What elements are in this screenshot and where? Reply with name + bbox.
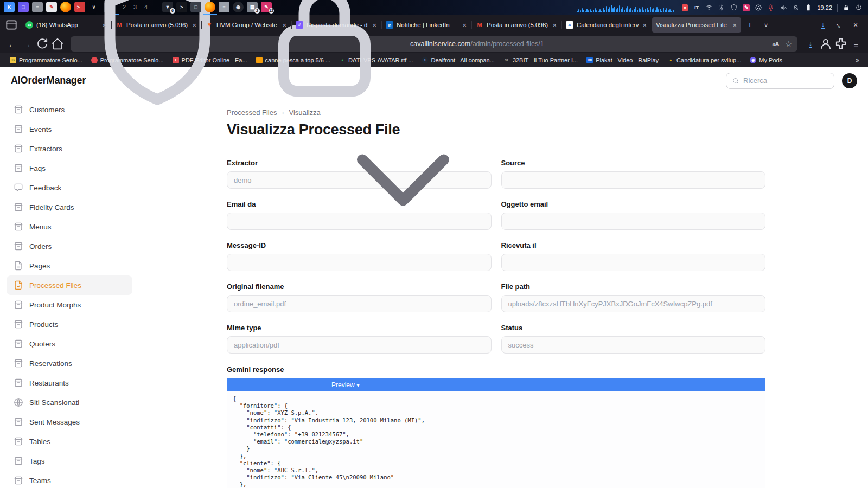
bookmark-programmatore-2[interactable]: Programmatore Senio... [87,55,168,65]
color-picker-icon[interactable]: ✎ [743,4,750,11]
user-avatar[interactable]: D [842,73,857,88]
downloads-indicator-icon[interactable]: ↓ [816,18,830,32]
firefox-icon[interactable] [59,0,73,15]
bookmark-my-pods[interactable]: ◉ My Pods [745,55,787,65]
firefox-active-icon[interactable] [203,0,217,15]
email-da-input[interactable] [227,213,492,230]
bookmark-dealfront[interactable]: › Dealfront - All compan... [417,55,499,65]
file-path-input[interactable] [501,295,766,312]
list-tabs-button[interactable]: ∨ [759,18,773,32]
sidebar-item-tables[interactable]: Tables [7,432,132,451]
tab-close-icon[interactable]: × [192,21,197,29]
obs-status-icon[interactable] [755,4,762,11]
restore-window-icon[interactable]: ↔ [832,18,846,32]
bookmark-canne-pesca[interactable]: canne pesca a top 5/6 ... [252,55,335,65]
wifi-icon[interactable] [705,4,713,11]
status-input[interactable] [501,336,766,354]
tab-linkedin[interactable]: in Notifiche | LinkedIn × [382,17,471,33]
sidebar-item-quoters[interactable]: Quoters [7,334,132,354]
bookmark-star-icon[interactable]: ☆ [785,40,792,48]
tab-close-icon[interactable]: × [101,21,107,29]
sidebar-item-menus[interactable]: Menus [7,217,132,236]
tab-close-icon[interactable]: × [552,21,557,29]
app-brand[interactable]: AIOrderManager [11,75,86,86]
sidebar-item-processed-files[interactable]: Processed Files [7,275,132,295]
lock-screen-icon[interactable] [843,4,850,11]
gemini-json-code[interactable]: { "fornitore": { "nome": "XYZ S.p.A.", "… [227,391,765,488]
terminal-dark-icon[interactable]: > [175,0,189,15]
sidebar-item-pages[interactable]: Pages [7,256,132,275]
extensions-icon[interactable] [833,36,848,52]
menu-hamburger-icon[interactable]: ≡ [848,36,864,52]
keyboard-layout[interactable]: IT [693,4,700,11]
terminal-red-icon[interactable]: >_ [73,0,87,15]
kali-menu-icon[interactable]: K [2,0,16,15]
home-button[interactable] [50,36,65,52]
sidebar-item-teams[interactable]: Teams [7,471,132,488]
close-window-icon[interactable]: × [848,18,863,32]
screen-share-icon[interactable]: » [682,4,688,11]
sidebar-item-reservations[interactable]: Reservations [7,354,132,373]
sidebar-item-extractors[interactable]: Extractors [7,139,132,158]
sidebar-item-siti-scansionati[interactable]: Siti Scansionati [7,393,132,412]
tab-close-icon[interactable]: × [282,21,287,29]
battery-icon[interactable] [805,4,812,11]
power-icon[interactable] [855,4,863,11]
sidebar-item-restaurants[interactable]: Restaurants [7,373,132,393]
bookmark-candidatura[interactable]: ▲ Candidatura per svilup... [663,55,745,65]
bookmark-dati-vps[interactable]: ▲ DATI-VPS-AVATAR.rtf ... [335,55,417,65]
sidebar-item-events[interactable]: Events [7,119,132,139]
tab-gmail-2[interactable]: M Posta in arrivo (5.096) - × [472,17,561,33]
sidebar-item-feedback[interactable]: Feedback [7,178,132,197]
bookmark-pdf-editor[interactable]: + PDF Editor Online - Ea... [168,55,252,65]
search-input[interactable] [743,76,828,85]
bell-muted-icon[interactable] [792,4,800,11]
extractor-select[interactable]: demo [227,171,492,189]
breadcrumb-root[interactable]: Processed Files [227,108,277,117]
tab-close-icon[interactable]: × [732,21,737,29]
forward-button[interactable]: → [20,36,35,52]
text-editor-icon[interactable]: ✎ [44,0,59,15]
mime-type-input[interactable] [227,336,492,354]
new-tab-button[interactable]: + [743,18,757,32]
chevron-down-icon[interactable]: ∨ [87,0,101,15]
bookmark-programmatore-1[interactable]: B Programmatore Senio... [5,55,87,65]
file-manager-icon[interactable]: ≡ [30,0,44,15]
account-icon[interactable] [818,36,833,52]
pen-pink-icon[interactable]: ✎ 12 [259,0,273,15]
bookmark-32bit[interactable]: 32 32BIT - Il Tuo Partner I... [499,55,582,65]
global-search[interactable] [726,73,834,89]
tab-risposta[interactable]: # Risposta domande - d.c × [292,17,381,33]
window-small-icon[interactable]: □ [189,0,203,15]
clock[interactable]: 19:22 [817,4,832,11]
shield-icon[interactable] [730,4,738,11]
translate-icon[interactable]: aA [772,41,778,47]
tab-processed-file[interactable]: Visualizza Processed File - × [652,17,741,33]
tab-calendario[interactable]: 31 Calendario degli interv × [562,17,651,33]
sidebar-item-customers[interactable]: Customers [7,100,132,119]
back-button[interactable]: ← [4,36,20,52]
preview-dropdown[interactable]: Preview ▾ [331,381,360,389]
bookmark-raiplay[interactable]: Rai Plakat - Video - RaiPlay [582,55,663,65]
tab-close-icon[interactable]: × [462,21,467,29]
sidebar-item-orders[interactable]: Orders [7,236,132,256]
bluetooth-icon[interactable] [718,4,725,11]
source-input[interactable] [501,171,766,189]
sidebar-item-products[interactable]: Products [7,314,132,334]
ricevuta-il-input[interactable] [501,254,766,271]
document-gray-icon[interactable]: ≡ [217,0,231,15]
oggetto-email-input[interactable] [501,213,766,230]
original-filename-input[interactable] [227,295,492,312]
tab-whatsapp[interactable]: 18 (18) WhatsApp × [22,17,111,33]
sidebar-item-fidelity-cards[interactable]: Fidelity Cards [7,197,132,217]
sidebar-item-sent-messages[interactable]: Sent Messages [7,412,132,432]
bookmarks-overflow-icon[interactable]: » [852,56,863,64]
url-bar[interactable]: cavalliniservice.com/admin/processed-fil… [71,36,797,52]
obs-icon[interactable]: ◉ [231,0,245,15]
sidebar-item-tags[interactable]: Tags [7,451,132,471]
sidebar-item-product-morphs[interactable]: Product Morphs [7,295,132,314]
reload-button[interactable] [35,36,50,52]
tab-gmail-1[interactable]: M Posta in arrivo (5.096) - × [112,17,201,33]
microphone-icon[interactable] [767,4,775,11]
speaker-muted-icon[interactable] [780,4,787,11]
